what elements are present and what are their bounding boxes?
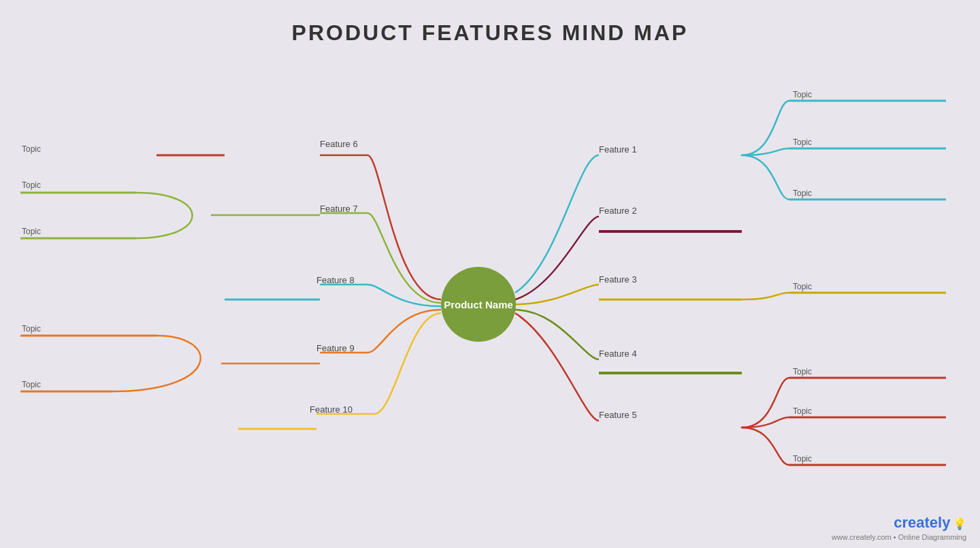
topic-label-f5-2: Topic [793,406,812,416]
topic-label-f1-3: Topic [793,189,812,198]
topic-label-f7-2: Topic [22,227,41,236]
feature-label-1: Feature 1 [599,144,637,155]
creately-bulb-icon: 💡 [953,518,966,530]
topic-label-f5-1: Topic [793,367,812,376]
feature-label-5: Feature 5 [599,410,637,420]
creately-brand: creately [894,514,950,531]
center-label: Product Name [444,299,513,310]
creately-watermark: creately 💡 www.creately.com • Online Dia… [832,514,966,541]
creately-url: www.creately.com • Online Diagramming [832,533,966,541]
feature-label-4: Feature 4 [599,349,637,359]
topic-label-f3-1: Topic [793,282,812,291]
feature-label-9: Feature 9 [316,343,355,353]
feature-label-7: Feature 7 [320,204,358,214]
feature-label-10: Feature 10 [310,404,353,415]
topic-label-f9-2: Topic [22,380,41,389]
topic-label-f9-1: Topic [22,324,41,334]
feature-label-8: Feature 8 [316,275,355,285]
feature-label-3: Feature 3 [599,274,637,285]
feature-label-2: Feature 2 [599,206,637,216]
feature-label-6: Feature 6 [320,139,358,149]
topic-label-f5-3: Topic [793,454,812,464]
topic-label-f1-1: Topic [793,90,812,99]
topic-label-f1-2: Topic [793,138,812,147]
topic-label-f6-1: Topic [22,144,41,154]
center-node: Product Name [441,267,516,342]
topic-label-f7-1: Topic [22,180,41,190]
